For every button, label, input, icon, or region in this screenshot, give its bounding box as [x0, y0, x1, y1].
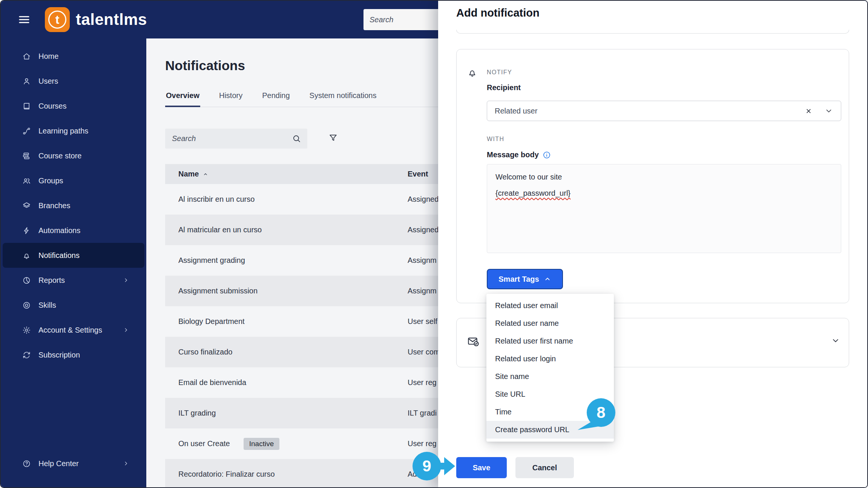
- sidebar-item-help-center[interactable]: Help Center: [3, 451, 144, 476]
- home-icon: [22, 52, 31, 61]
- message-line: Welcome to our site: [495, 173, 833, 181]
- info-icon[interactable]: [543, 151, 551, 159]
- notify-section-label: NOTIFY: [487, 69, 512, 76]
- sidebar-item-reports[interactable]: Reports: [3, 268, 144, 293]
- recipient-select-value: Related user: [495, 107, 537, 115]
- smart-tags-button[interactable]: Smart Tags: [487, 269, 563, 289]
- user-icon: [22, 77, 31, 86]
- chevron-right-icon: [123, 327, 129, 333]
- tab-overview[interactable]: Overview: [165, 86, 200, 107]
- sort-ascending-icon: [202, 171, 209, 177]
- sidebar-item-notifications[interactable]: Notifications: [3, 243, 144, 268]
- smart-tag-option[interactable]: Related user login: [486, 350, 614, 368]
- brand-wordmark: talentlms: [76, 11, 147, 29]
- search-icon: [292, 134, 301, 143]
- sidebar-item-learning-paths[interactable]: Learning paths: [3, 118, 144, 143]
- tab-history[interactable]: History: [218, 86, 243, 107]
- smart-tag-option[interactable]: Site URL: [486, 385, 614, 403]
- sidebar-item-groups[interactable]: Groups: [3, 168, 144, 193]
- hamburger-menu-icon[interactable]: [18, 13, 31, 26]
- tab-system-notifications[interactable]: System notifications: [309, 86, 377, 107]
- chevron-up-icon: [544, 275, 551, 283]
- refresh-icon: [22, 351, 31, 359]
- sidebar-item-account-settings[interactable]: Account & Settings: [3, 318, 144, 342]
- notify-card: NOTIFY Recipient Related user WITH Messa…: [456, 49, 849, 303]
- route-icon: [22, 127, 31, 135]
- sidebar-item-label: Account & Settings: [38, 326, 102, 335]
- brand-logo-letter: t: [48, 11, 66, 29]
- sidebar-item-course-store[interactable]: Course store: [3, 143, 144, 168]
- sidebar-item-home[interactable]: Home: [3, 44, 144, 69]
- sidebar-item-label: Automations: [38, 226, 80, 235]
- message-body-editor[interactable]: Welcome to our site {create_password_url…: [487, 164, 841, 253]
- message-body-label: Message body: [487, 150, 539, 159]
- bell-icon: [22, 251, 31, 260]
- smart-tag-option[interactable]: Site name: [486, 368, 614, 385]
- stack-icon: [22, 152, 31, 160]
- sidebar-item-label: Subscription: [38, 351, 80, 359]
- sidebar-item-subscription[interactable]: Subscription: [3, 342, 144, 367]
- sidebar-item-users[interactable]: Users: [3, 69, 144, 94]
- cancel-button[interactable]: Cancel: [515, 457, 574, 478]
- sidebar-item-label: Skills: [38, 301, 56, 310]
- sidebar-item-label: Learning paths: [38, 127, 88, 135]
- smart-tag-option[interactable]: Related user first name: [486, 332, 614, 350]
- add-notification-panel: Add notification NOTIFY Recipient Relate…: [438, 1, 868, 487]
- smart-tags-menu: Related user email Related user name Rel…: [486, 294, 614, 442]
- chevron-right-icon: [123, 277, 129, 284]
- sidebar-item-automations[interactable]: Automations: [3, 218, 144, 243]
- recipient-label: Recipient: [487, 83, 521, 92]
- smart-tag-option[interactable]: Time: [486, 403, 614, 421]
- smart-tag-token: {create_password_url}: [495, 189, 570, 198]
- message-body-label-row: Message body: [487, 150, 551, 159]
- sidebar-item-label: Home: [38, 52, 58, 61]
- target-icon: [22, 301, 31, 310]
- people-icon: [22, 176, 31, 185]
- sidebar-item-label: Reports: [38, 276, 65, 285]
- sidebar-item-label: Groups: [38, 176, 63, 185]
- scrolled-card-edge: [456, 30, 849, 34]
- sidebar-item-label: Users: [38, 77, 58, 86]
- chevron-down-icon[interactable]: [831, 336, 840, 345]
- chevron-down-icon[interactable]: [824, 106, 833, 115]
- sidebar-nav: Home Users Courses Learning paths Course…: [1, 38, 146, 487]
- app-window: t talentlms Home Users Courses Learning …: [0, 0, 868, 488]
- panel-title: Add notification: [456, 7, 540, 19]
- sidebar-item-branches[interactable]: Branches: [3, 193, 144, 218]
- sidebar-item-label: Courses: [38, 102, 66, 110]
- brand-logo[interactable]: t: [45, 7, 70, 32]
- funnel-icon: [328, 133, 338, 143]
- sidebar-item-skills[interactable]: Skills: [3, 293, 144, 318]
- clear-icon[interactable]: [805, 107, 812, 115]
- smart-tag-option[interactable]: Related user email: [486, 297, 614, 315]
- gear-icon: [22, 326, 31, 335]
- notifications-search-input[interactable]: [171, 134, 292, 143]
- sidebar-item-label: Branches: [38, 201, 71, 210]
- sidebar-item-label: Course store: [38, 152, 82, 160]
- envelope-check-icon: [467, 336, 479, 347]
- sidebar-item-courses[interactable]: Courses: [3, 94, 144, 118]
- sidebar-item-label: Notifications: [38, 251, 80, 260]
- bolt-icon: [22, 226, 31, 235]
- column-header-name[interactable]: Name: [165, 170, 408, 178]
- smart-tag-option[interactable]: Related user name: [486, 315, 614, 332]
- chevron-right-icon: [123, 460, 129, 467]
- filter-button[interactable]: [328, 133, 338, 144]
- recipient-select[interactable]: Related user: [487, 101, 841, 121]
- smart-tag-option-create-password-url[interactable]: Create password URL: [486, 421, 614, 439]
- sidebar-item-label: Help Center: [38, 459, 79, 468]
- pie-icon: [22, 276, 31, 285]
- tab-pending[interactable]: Pending: [261, 86, 290, 107]
- status-badge: Inactive: [244, 438, 279, 450]
- bell-icon: [467, 68, 477, 78]
- layers-icon: [22, 201, 31, 210]
- with-section-label: WITH: [487, 136, 504, 143]
- help-icon: [22, 459, 31, 468]
- book-icon: [22, 102, 31, 110]
- save-button[interactable]: Save: [456, 457, 507, 478]
- notifications-search[interactable]: [165, 129, 307, 149]
